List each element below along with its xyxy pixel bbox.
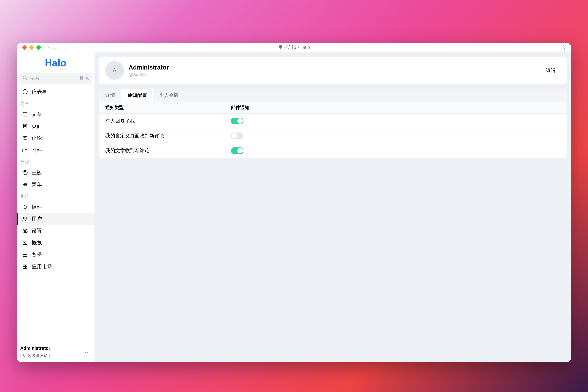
profile-info: Administrator @admin — [128, 64, 169, 77]
email-toggle[interactable] — [231, 132, 244, 139]
svg-point-10 — [26, 138, 26, 138]
email-toggle[interactable] — [231, 118, 244, 124]
close-window-button[interactable] — [22, 45, 27, 50]
role-badge: 超级管理员 — [20, 352, 50, 359]
sidebar-item-themes[interactable]: 主题 — [17, 166, 94, 178]
sidebar-item-dashboard[interactable]: 仪表盘 — [17, 86, 94, 98]
sidebar-item-pages[interactable]: 页面 — [17, 120, 94, 132]
forward-button[interactable]: › — [54, 44, 56, 51]
svg-rect-26 — [26, 267, 27, 269]
sidebar-item-menus[interactable]: 菜单 — [17, 178, 94, 190]
sidebar-item-label: 主题 — [32, 169, 42, 176]
profile-card: A Administrator @admin 编辑 — [99, 57, 566, 84]
terminal-icon — [22, 240, 28, 246]
window-title: 用户详情 - Halo — [278, 44, 310, 50]
row-toggle-cell — [231, 132, 560, 139]
svg-point-13 — [26, 172, 26, 172]
row-type: 我的文章收到新评论 — [105, 147, 231, 154]
sidebar-item-label: 插件 — [32, 204, 42, 210]
sidebar-item-users[interactable]: 用户 — [17, 213, 94, 225]
sidebar-item-label: 评论 — [32, 134, 42, 142]
table-row: 我的自定义页面收到新评论 — [99, 128, 566, 143]
svg-point-0 — [23, 76, 26, 79]
sidebar-item-overview[interactable]: 概览 — [17, 237, 94, 249]
sidebar-item-label: 页面 — [32, 123, 42, 130]
sidebar-item-posts[interactable]: 文章 — [17, 108, 94, 120]
footer-user-name: Administrator — [20, 346, 50, 351]
avatar: A — [105, 61, 124, 80]
col-type: 通知类型 — [105, 104, 231, 111]
sidebar-item-comments[interactable]: 评论 — [17, 132, 94, 144]
table-header: 通知类型 邮件通知 — [99, 102, 566, 114]
svg-point-12 — [24, 172, 25, 172]
svg-rect-21 — [23, 253, 27, 255]
grid-icon — [22, 264, 28, 270]
plug-icon — [22, 204, 28, 210]
profile-name: Administrator — [128, 64, 169, 71]
table-row: 有人回复了我 — [99, 114, 566, 128]
app-window: ‹ › 用户详情 - Halo Halo 搜索 ⌘+K 仪表 — [17, 43, 571, 362]
server-icon — [22, 252, 28, 258]
chat-icon — [22, 135, 28, 141]
tabs: 详情 通知配置 个人令牌 — [99, 89, 566, 102]
sidebar-item-label: 用户 — [32, 216, 42, 222]
svg-rect-22 — [23, 255, 27, 257]
gear-icon — [22, 228, 28, 234]
svg-rect-25 — [23, 267, 25, 269]
svg-point-19 — [24, 230, 26, 232]
search-shortcut: ⌘+K — [79, 76, 89, 81]
row-toggle-cell — [231, 118, 560, 124]
role-badge-label: 超级管理员 — [28, 353, 48, 358]
sidebar-item-plugins[interactable]: 插件 — [17, 201, 94, 213]
maximize-window-button[interactable] — [36, 45, 41, 50]
sidebar-item-label: 文章 — [32, 111, 42, 118]
svg-rect-8 — [23, 136, 27, 139]
app-body: Halo 搜索 ⌘+K 仪表盘 内容 文章 — [17, 52, 571, 362]
minimize-window-button[interactable] — [30, 45, 34, 50]
nav-arrows: ‹ › — [48, 44, 56, 51]
svg-line-1 — [26, 78, 27, 80]
svg-rect-23 — [23, 265, 25, 266]
search-input[interactable]: 搜索 ⌘+K — [19, 72, 92, 84]
svg-point-9 — [24, 138, 25, 138]
sidebar-item-attachments[interactable]: 附件 — [17, 144, 94, 156]
sidebar-item-marketplace[interactable]: 应用市场 — [17, 261, 94, 273]
footer-user[interactable]: Administrator 超级管理员 — [20, 346, 50, 359]
more-menu-button[interactable]: ··· — [85, 349, 91, 356]
traffic-lights — [22, 45, 41, 50]
tab-notification-config[interactable]: 通知配置 — [121, 89, 153, 102]
svg-point-11 — [23, 170, 28, 175]
svg-point-18 — [26, 217, 28, 219]
user-icon — [22, 216, 28, 222]
tab-details[interactable]: 详情 — [99, 89, 121, 102]
edit-button[interactable]: 编辑 — [541, 64, 560, 76]
svg-rect-24 — [26, 265, 27, 266]
back-button[interactable]: ‹ — [48, 44, 50, 51]
row-type: 有人回复了我 — [105, 118, 231, 124]
profile-handle: @admin — [128, 72, 169, 77]
gauge-icon — [22, 89, 28, 95]
sidebar-item-label: 设置 — [32, 228, 42, 234]
row-toggle-cell — [231, 147, 560, 154]
tab-personal-token[interactable]: 个人令牌 — [153, 89, 185, 102]
share-icon[interactable] — [561, 45, 566, 50]
sidebar-footer: Administrator 超级管理员 ··· — [17, 343, 94, 362]
sidebar-item-backup[interactable]: 备份 — [17, 249, 94, 261]
search-icon — [22, 75, 28, 81]
sidebar-item-label: 菜单 — [32, 181, 42, 188]
sidebar-item-label: 备份 — [32, 251, 42, 258]
row-type: 我的自定义页面收到新评论 — [105, 132, 231, 139]
main-content: A Administrator @admin 编辑 详情 通知配置 个人令牌 通… — [95, 52, 571, 362]
palette-icon — [22, 170, 28, 176]
sidebar-section-appearance: 外观 — [17, 156, 94, 166]
sidebar-item-label: 应用市场 — [32, 263, 52, 270]
page-icon — [22, 123, 28, 129]
sidebar-section-system: 系统 — [17, 190, 94, 201]
book-icon — [22, 111, 28, 117]
sidebar-item-label: 仪表盘 — [32, 88, 47, 95]
brand-logo[interactable]: Halo — [17, 52, 94, 72]
email-toggle[interactable] — [231, 147, 244, 154]
sidebar-item-settings[interactable]: 设置 — [17, 225, 94, 237]
table-row: 我的文章收到新评论 — [99, 143, 566, 158]
col-email: 邮件通知 — [231, 104, 560, 111]
